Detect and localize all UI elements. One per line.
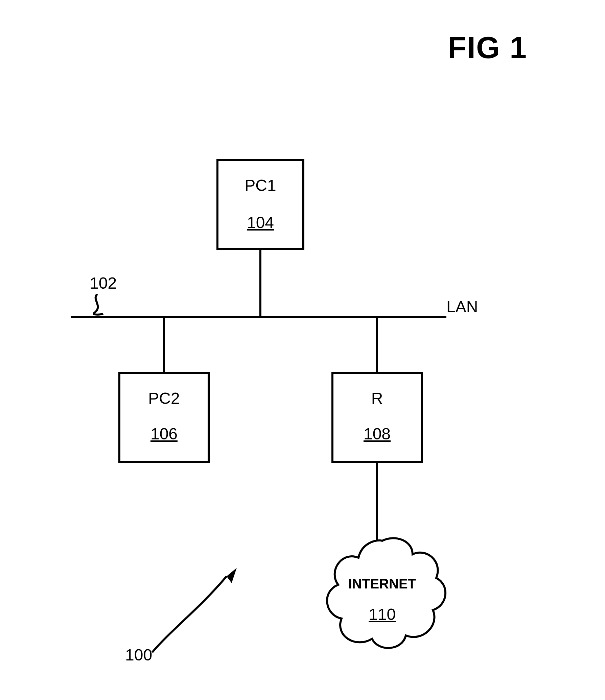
svg-marker-0 (227, 568, 237, 583)
cloud-icon (315, 534, 450, 656)
node-pc2-ref: 106 (120, 425, 208, 443)
node-internet-label: INTERNET (348, 576, 416, 592)
connector-pc1-lan (259, 250, 261, 316)
leadline-102 (85, 294, 112, 318)
ref-lan: 102 (90, 274, 117, 292)
node-router-label: R (333, 389, 421, 408)
node-internet: INTERNET 110 (315, 534, 450, 656)
node-pc1-label: PC1 (218, 176, 302, 195)
connector-router-lan (376, 318, 378, 372)
node-internet-ref: 110 (369, 605, 396, 624)
connector-router-internet (376, 463, 378, 541)
node-pc2-label: PC2 (120, 389, 208, 408)
node-pc1-ref: 104 (218, 213, 302, 232)
node-router: R 108 (331, 372, 423, 463)
patent-figure: FIG 1 PC1 104 PC2 106 R 108 LAN 102 INTE… (0, 0, 605, 700)
lan-bus-line (71, 316, 446, 318)
leadline-100-arrow (149, 568, 243, 656)
figure-title: FIG 1 (448, 30, 527, 65)
node-router-ref: 108 (333, 425, 421, 443)
node-pc1: PC1 104 (216, 159, 304, 250)
lan-label: LAN (446, 297, 478, 316)
node-pc2: PC2 106 (118, 372, 210, 463)
ref-system: 100 (125, 646, 152, 664)
connector-pc2-lan (163, 318, 165, 372)
